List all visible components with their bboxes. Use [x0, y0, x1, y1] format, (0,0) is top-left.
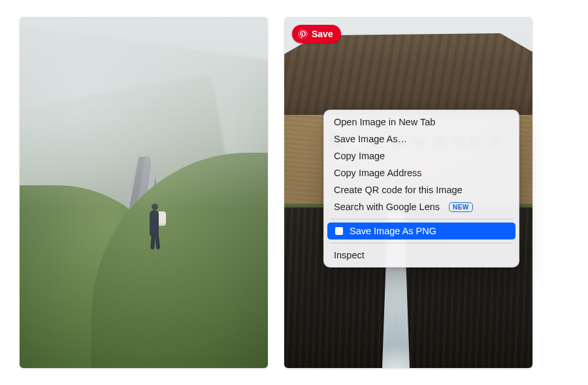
menu-label: Save Image As… [334, 134, 407, 144]
stage: Save Open Image in New Tab Save Image As… [0, 0, 588, 385]
pinterest-save-label: Save [312, 29, 333, 39]
pinterest-icon [297, 29, 308, 39]
menu-separator [330, 243, 513, 243]
menu-label: Inspect [334, 250, 365, 260]
menu-open-image-new-tab[interactable]: Open Image in New Tab [327, 114, 515, 131]
menu-separator [330, 219, 513, 219]
menu-label: Copy Image [334, 151, 385, 161]
menu-save-image-as-png[interactable]: Save Image As PNG [327, 223, 515, 239]
menu-search-google-lens[interactable]: Search with Google Lens NEW [327, 198, 515, 215]
photo-left[interactable] [20, 17, 268, 368]
menu-label: Create QR code for this Image [334, 185, 463, 195]
new-badge: NEW [449, 202, 473, 212]
menu-label: Open Image in New Tab [334, 117, 435, 127]
menu-label: Search with Google Lens [334, 202, 440, 212]
menu-save-image-as[interactable]: Save Image As… [327, 131, 515, 147]
menu-label: Save Image As PNG [350, 226, 436, 236]
menu-inspect[interactable]: Inspect [327, 247, 515, 264]
menu-copy-image-address[interactable]: Copy Image Address [327, 164, 515, 181]
menu-copy-image[interactable]: Copy Image [327, 147, 515, 164]
download-png-icon [334, 226, 344, 236]
pinterest-save-button[interactable]: Save [292, 25, 341, 43]
menu-label: Copy Image Address [334, 168, 422, 178]
svg-rect-1 [335, 227, 343, 235]
left-fog [20, 17, 268, 368]
menu-create-qr-code[interactable]: Create QR code for this Image [327, 181, 515, 198]
context-menu: Open Image in New Tab Save Image As… Cop… [323, 110, 519, 268]
